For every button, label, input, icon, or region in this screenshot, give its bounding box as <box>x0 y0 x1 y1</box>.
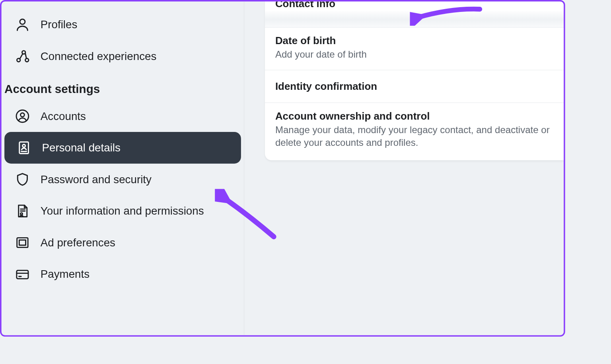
sidebar-section-header: Account settings <box>2 72 244 100</box>
row-account-ownership[interactable]: Account ownership and control Manage you… <box>265 103 564 160</box>
svg-point-3 <box>25 58 29 62</box>
row-identity-confirmation[interactable]: Identity confirmation <box>265 70 564 103</box>
sidebar-item-personal-details[interactable]: Personal details <box>4 132 241 164</box>
sidebar-item-label: Accounts <box>41 109 86 123</box>
person-icon <box>15 17 30 33</box>
redacted-overlay <box>265 11 564 28</box>
svg-rect-13 <box>19 240 25 245</box>
row-contact-info[interactable]: Contact info <box>265 2 564 28</box>
sidebar-item-profiles[interactable]: Profiles <box>2 9 244 41</box>
settings-sidebar: Profiles Connected experiences Account s… <box>2 2 245 335</box>
sidebar-item-label: Connected experiences <box>41 49 157 63</box>
sidebar-item-label: Password and security <box>41 172 152 186</box>
row-title: Account ownership and control <box>275 110 553 122</box>
svg-point-5 <box>21 113 25 117</box>
share-nodes-icon <box>15 48 30 64</box>
id-card-icon <box>16 140 32 155</box>
main-panel: Contact info Date of birth Add your date… <box>244 2 564 335</box>
document-user-icon <box>15 203 30 219</box>
sidebar-item-label: Your information and permissions <box>41 204 204 218</box>
sidebar-item-password-security[interactable]: Password and security <box>2 164 244 196</box>
row-title: Date of birth <box>275 35 553 47</box>
row-title: Contact info <box>275 2 553 10</box>
sidebar-item-label: Ad preferences <box>41 236 115 250</box>
sidebar-item-accounts[interactable]: Accounts <box>2 101 244 132</box>
svg-rect-12 <box>17 238 28 247</box>
sidebar-item-ad-preferences[interactable]: Ad preferences <box>2 227 244 259</box>
sidebar-item-connected-experiences[interactable]: Connected experiences <box>2 41 244 72</box>
sidebar-item-payments[interactable]: Payments <box>2 258 244 290</box>
credit-card-icon <box>15 267 30 282</box>
sidebar-item-label: Profiles <box>41 18 78 32</box>
row-subtitle: Add your date of birth <box>275 48 553 61</box>
shield-icon <box>15 172 30 187</box>
row-subtitle: Manage your data, modify your legacy con… <box>275 124 553 149</box>
user-circle-icon <box>15 108 30 124</box>
app-frame: Profiles Connected experiences Account s… <box>0 0 565 337</box>
svg-point-9 <box>20 213 22 215</box>
svg-rect-14 <box>17 270 28 279</box>
sidebar-item-label: Personal details <box>42 141 120 155</box>
svg-point-7 <box>23 144 25 147</box>
svg-point-0 <box>20 19 25 24</box>
window-icon <box>15 235 30 250</box>
sidebar-item-information-permissions[interactable]: Your information and permissions <box>2 195 244 227</box>
personal-details-card: Contact info Date of birth Add your date… <box>265 2 564 161</box>
row-title: Identity confirmation <box>275 81 553 93</box>
sidebar-item-label: Payments <box>41 267 90 281</box>
row-date-of-birth[interactable]: Date of birth Add your date of birth <box>265 27 564 70</box>
